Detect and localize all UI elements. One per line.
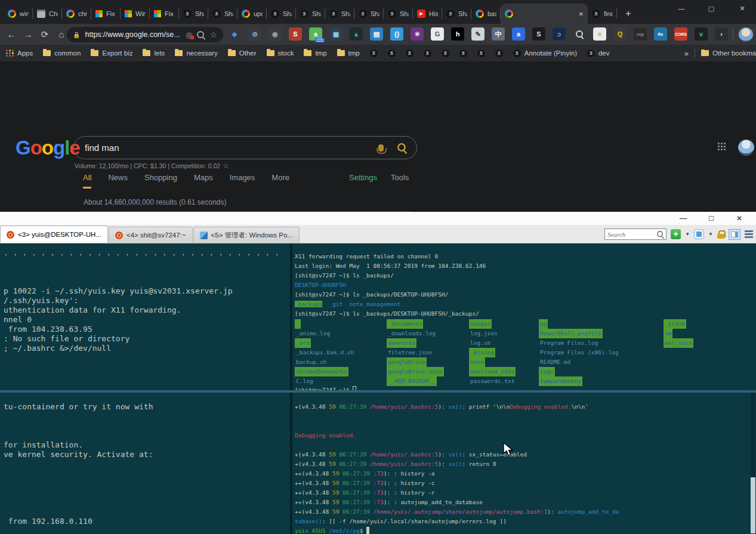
browser-tab[interactable]: SSha [267, 4, 296, 24]
terminal-tab[interactable]: <4> shit@sv7247:~ [109, 227, 193, 243]
directory-entry[interactable]: PowerShell_profile [539, 329, 603, 338]
terminal-scrollbar[interactable] [751, 393, 755, 534]
pane-horizontal-divider[interactable] [0, 390, 756, 393]
file-entry[interactable]: README.md [539, 357, 572, 367]
tab-close-icon[interactable]: ✕ [579, 11, 584, 17]
new-session-caret-icon[interactable]: ▼ [685, 231, 690, 237]
terminal-content[interactable]: . . . . . . . . . . . . . . . . . . . . … [0, 243, 756, 534]
bookmark-item[interactable]: S [459, 50, 467, 57]
terminal-search-input[interactable] [607, 231, 656, 238]
new-session-button[interactable]: + [671, 229, 681, 239]
bookmark-item-dev[interactable]: Sdev [587, 50, 610, 57]
voice-search-icon[interactable] [378, 144, 384, 152]
bookmark-item[interactable]: S [388, 50, 396, 57]
sessions-caret-icon[interactable]: ▼ [708, 231, 713, 237]
scrollbar-thumb[interactable] [751, 477, 755, 533]
terminal-titlebar[interactable]: — □ ✕ [0, 212, 756, 225]
file-entry[interactable]: Program Files.log [539, 338, 599, 348]
terminal-close-button[interactable]: ✕ [729, 212, 749, 225]
android-extension-icon[interactable]: a221 [309, 27, 322, 41]
terminal-tab[interactable]: <5> 管理者: Windows Po... [193, 227, 300, 243]
directory-entry[interactable]: wsl_yuis [664, 338, 693, 348]
browser-tab[interactable]: Fix [91, 4, 121, 24]
gdoc-extension-icon[interactable]: G [431, 27, 444, 41]
bookmark-item-common[interactable]: common [43, 50, 81, 57]
leaf-dark-extension-icon[interactable]: v [695, 27, 708, 41]
bookmarks-overflow-icon[interactable]: » [684, 49, 689, 58]
browser-tab[interactable]: SSha [179, 4, 208, 24]
google-tab-maps[interactable]: Maps [194, 173, 213, 189]
a-measure-extension-icon[interactable]: a [512, 27, 525, 41]
home-icon[interactable]: ⌂ [55, 28, 68, 41]
bookmark-item-export-biz[interactable]: Export biz [91, 50, 132, 57]
camera-extension-icon[interactable]: ◉ [269, 27, 282, 41]
folder-share-extension-icon[interactable]: ▤ [370, 27, 383, 41]
new-tab-button[interactable]: + [621, 6, 636, 21]
directory-entry[interactable]: googleDrive [387, 357, 427, 367]
split-view-button[interactable] [729, 229, 740, 240]
circle-x-extension-icon[interactable]: ⊘ [248, 27, 261, 41]
browser-tab[interactable]: Chr [33, 4, 62, 24]
magnifier-extension-icon[interactable] [573, 27, 586, 41]
content-blocked-icon[interactable]: ◎ [186, 30, 192, 39]
file-entry[interactable]: log.json [469, 329, 499, 338]
terminal-maximize-button[interactable]: □ [701, 212, 721, 225]
sessions-button[interactable] [694, 229, 704, 239]
window-minimize-button[interactable]: — [668, 0, 695, 17]
google-tab-news[interactable]: News [108, 173, 128, 189]
lock-terminal-icon[interactable] [717, 230, 724, 239]
seo-extension-icon[interactable]: S [289, 27, 302, 41]
bookmark-item-stock[interactable]: stock [267, 50, 294, 57]
pinwheel-extension-icon[interactable]: ✳ [411, 27, 424, 41]
file-entry[interactable]: filetree.json [387, 348, 433, 357]
google-account-avatar[interactable] [738, 140, 754, 156]
browser-tab[interactable]: SSha [384, 4, 413, 24]
directory-entry[interactable]: note [469, 357, 485, 367]
file-entry[interactable]: Program Files (x86).log [539, 348, 620, 357]
csp-extension-icon[interactable]: csp [634, 27, 647, 41]
directory-entry[interactable]: owncloud_note [469, 367, 516, 376]
bookmark-item-tmp[interactable]: tmp [337, 50, 360, 57]
terminal-minimize-button[interactable]: — [673, 212, 693, 225]
directory-entry[interactable]: images [469, 319, 492, 329]
forward-icon[interactable]: → [21, 28, 35, 41]
zhong-translate-extension-icon[interactable]: 中 [492, 27, 505, 41]
search-icon[interactable] [197, 31, 205, 39]
terminal-pane-top-right[interactable]: X11 forwarding request failed on channel… [292, 243, 749, 390]
directory-entry[interactable]: _mining [469, 348, 495, 357]
directory-entry[interactable]: _ [295, 319, 301, 329]
google-tab-more[interactable]: More [271, 173, 289, 189]
browser-tab[interactable]: SSha [442, 4, 471, 24]
profile-avatar[interactable] [739, 27, 753, 42]
browser-tab[interactable]: SSha [208, 4, 237, 24]
directory-entry[interactable]: tampermonkey [539, 376, 582, 386]
google-tab-shopping[interactable]: Shopping [144, 173, 177, 189]
bookmark-item[interactable]: S [406, 50, 414, 57]
bookmark-item-tmp[interactable]: tmp [304, 50, 326, 57]
browser-tab[interactable]: ▶His [413, 4, 442, 24]
terminal-tab-active[interactable]: <3> yuis@DESKTOP-UH... [0, 226, 108, 243]
window-close-button[interactable]: ✕ [729, 0, 755, 17]
directory-entry[interactable]: googleDrive_note [387, 367, 444, 376]
google-settings-link[interactable]: Settings [349, 173, 377, 182]
window-maximize-button[interactable]: ▢ [698, 0, 724, 17]
other-bookmarks-folder[interactable]: Other bookmarks [701, 50, 756, 57]
terminal-search-box[interactable] [604, 229, 666, 240]
browser-tab[interactable]: win [4, 4, 33, 24]
browser-tab-active[interactable]: ✕ [501, 4, 588, 24]
url-text[interactable]: https://www.google.com/se... [85, 30, 181, 39]
google-search-box[interactable]: find man [73, 136, 417, 159]
directory-entry[interactable]: _are [295, 338, 311, 348]
bookmark-item-annotate-pinyin-[interactable]: SAnnotate (Pinyin) [513, 50, 577, 57]
keyword-star-icon[interactable]: ☆ [223, 162, 229, 170]
google-tools-link[interactable]: Tools [391, 173, 409, 182]
reload-icon[interactable]: ⟳ [38, 28, 51, 41]
directory-entry[interactable]: __HDD_BACKUP__ [387, 376, 437, 386]
doc-lines-extension-icon[interactable]: ≡ [593, 27, 606, 41]
terminal-pane-bottom-right[interactable]: +(v4.3.48 59 06:27:39 /home/yuis/.bashrc… [292, 393, 747, 534]
back-icon[interactable]: ← [5, 28, 18, 41]
bookmark-item-lets[interactable]: lets [143, 50, 165, 57]
search-query-text[interactable]: find man [85, 143, 372, 153]
doc-search-extension-icon[interactable]: Q [613, 27, 627, 41]
sphere-extension-icon[interactable]: ◖ [715, 27, 728, 41]
